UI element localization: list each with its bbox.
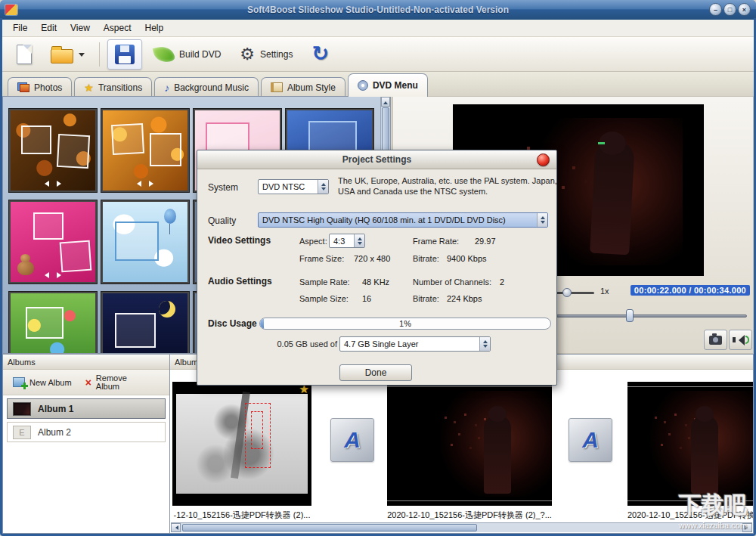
time-display: 00:00:22.000 / 00:00:34.000 (631, 285, 750, 296)
photo-caption-2: 2020-12-10_152156-迅捷PDF转换器 (2)_?... (387, 510, 552, 521)
album-1-label: Album 1 (38, 404, 73, 414)
help-arrow-icon: ↻ (311, 44, 329, 64)
spinner-arrows-icon[interactable] (479, 337, 490, 351)
albums-header: Albums (3, 355, 169, 370)
scroll-left-button[interactable] (171, 523, 181, 532)
dvd-menu-template-cartoon[interactable] (9, 292, 97, 354)
dvd-menu-template-teddy[interactable] (9, 200, 97, 283)
album-style-icon (271, 82, 283, 92)
star-icon: ★ (84, 82, 94, 93)
tab-transitions[interactable]: ★ Transitions (74, 77, 152, 97)
photos-icon (17, 82, 29, 92)
photo-thumbnail-2[interactable] (387, 382, 552, 506)
dvd-menu-template-night[interactable] (101, 292, 189, 354)
build-dvd-button[interactable]: Build DVD (147, 39, 228, 70)
audio-bitrate-label: Bitrate: (413, 294, 439, 303)
photo-caption-1: -12-10_152156-迅捷PDF转换器 (2)... (172, 510, 311, 521)
quality-label: Quality (208, 215, 236, 226)
minimize-icon: – (714, 6, 717, 14)
soft4boost-logo-icon: A (582, 427, 599, 453)
dvd-menu-template-autumn-dark[interactable] (9, 109, 97, 192)
spinner-arrows-icon[interactable] (354, 234, 364, 247)
transition-tile-2[interactable]: A (569, 418, 612, 462)
titlebar[interactable]: Soft4Boost Slideshow Studio-Untitled-Non… (0, 0, 756, 20)
new-album-button[interactable]: New Album (8, 375, 77, 389)
maximize-icon: □ (728, 6, 732, 14)
channels-label: Number of Channels: (413, 277, 491, 287)
remove-album-label: Remove Album (96, 374, 129, 391)
tab-photos-label: Photos (34, 82, 62, 93)
photo-thumbnail-1[interactable]: ★ (172, 382, 311, 506)
tab-album-style[interactable]: Album Style (261, 77, 345, 97)
menubar: File Edit View Aspect Help (2, 20, 754, 37)
photo-strip-scrollbar[interactable] (171, 522, 752, 532)
toolbar: Build DVD ⚙ Settings ↻ (2, 37, 754, 72)
help-button[interactable]: ↻ (305, 39, 336, 70)
scroll-up-button[interactable] (381, 97, 390, 107)
remove-album-button[interactable]: × Remove Album (80, 372, 135, 393)
aspect-select[interactable]: 4:3 (329, 234, 365, 248)
disc-usage-progressbar: 1% (259, 318, 551, 330)
new-project-button[interactable] (10, 39, 39, 70)
frame-rate-value: 29.97 (475, 237, 496, 246)
speed-label: 1x (600, 287, 609, 296)
transition-tile-1[interactable]: A (330, 418, 374, 462)
settings-button[interactable]: ⚙ Settings (233, 39, 299, 70)
sample-rate-label: Sample Rate: (299, 277, 350, 287)
close-button[interactable]: × (738, 3, 751, 16)
menu-aspect[interactable]: Aspect (97, 23, 138, 33)
snapshot-button[interactable] (704, 330, 727, 350)
tab-photos[interactable]: Photos (8, 77, 72, 97)
tab-album-style-label: Album Style (287, 82, 336, 93)
speed-slider-handle[interactable] (562, 288, 572, 297)
album-list-item-1[interactable]: Album 1 (7, 398, 166, 419)
system-label: System (208, 182, 238, 193)
scrollbar-thumb[interactable] (382, 107, 389, 151)
photo-thumbnail-3[interactable] (627, 382, 753, 506)
tab-dvd-menu-label: DVD Menu (373, 80, 418, 91)
dvd-menu-template-autumn-bright[interactable] (101, 109, 189, 192)
dvd-menu-template-balloon[interactable] (101, 200, 189, 283)
open-project-button[interactable] (44, 39, 91, 70)
menu-help[interactable]: Help (138, 23, 171, 33)
video-bitrate-label: Bitrate: (413, 254, 439, 263)
template-nav-arrows-icon (11, 272, 95, 278)
scrollbar-thumb[interactable] (182, 524, 477, 531)
album-1-thumbnail (13, 402, 31, 416)
open-folder-icon (51, 49, 73, 64)
tabbar: Photos ★ Transitions ♪ Background Music … (2, 72, 754, 97)
scroll-right-button[interactable] (742, 523, 752, 532)
template-nav-arrows-icon (103, 181, 187, 187)
disc-size-select[interactable]: 4.7 GB Single Layer (339, 336, 491, 352)
save-project-button[interactable] (107, 39, 142, 70)
tab-background-music[interactable]: ♪ Background Music (154, 77, 259, 97)
disc-usage-label: Disc Usage (208, 318, 257, 329)
quality-select[interactable]: DVD NTSC High Quality (HQ 60/108 min. at… (258, 212, 548, 228)
sample-size-value: 16 (362, 294, 371, 303)
menu-view[interactable]: View (64, 23, 97, 33)
done-button[interactable]: Done (339, 364, 412, 381)
spinner-arrows-icon[interactable] (318, 180, 328, 194)
preview-figure (590, 140, 635, 256)
tab-dvd-menu[interactable]: DVD Menu (348, 73, 428, 97)
maximize-button[interactable]: □ (723, 3, 736, 16)
dialog-title: Project Settings (197, 150, 556, 169)
spinner-arrows-icon[interactable] (537, 213, 547, 227)
sample-size-label: Sample Size: (299, 294, 349, 303)
dialog-close-button[interactable] (537, 153, 550, 166)
minimize-button[interactable]: – (709, 3, 722, 16)
tab-transitions-label: Transitions (98, 82, 142, 93)
frame-rate-label: Frame Rate: (413, 237, 459, 246)
tab-background-music-label: Background Music (174, 82, 249, 93)
template-nav-arrows-icon (11, 181, 95, 187)
seek-slider-track[interactable] (556, 314, 747, 318)
build-dvd-label: Build DVD (179, 49, 221, 60)
red-selection-marker (245, 403, 271, 468)
album-list-item-2[interactable]: E Album 2 (7, 422, 166, 442)
album-2-label: Album 2 (38, 427, 71, 438)
seek-slider-handle[interactable] (626, 309, 634, 322)
system-select[interactable]: DVD NTSC (258, 179, 329, 194)
audio-button[interactable] (729, 330, 752, 350)
menu-file[interactable]: File (6, 23, 34, 33)
menu-edit[interactable]: Edit (34, 23, 64, 33)
